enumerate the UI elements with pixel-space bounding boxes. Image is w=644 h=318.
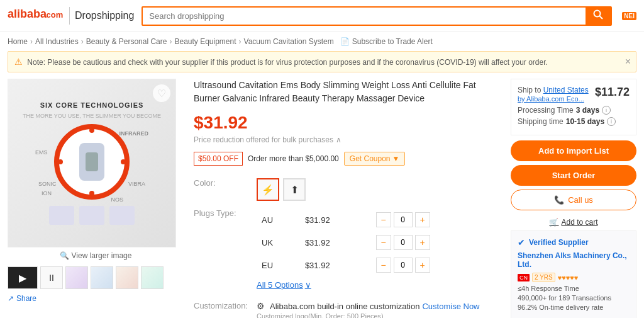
- response-time: ≤4h Response Time: [518, 285, 630, 292]
- color-swatch-1[interactable]: ⚡: [257, 178, 279, 201]
- view-larger-button[interactable]: 🔍 View larger image: [8, 247, 184, 264]
- thumbnail-3[interactable]: [116, 266, 138, 289]
- qty-input-eu[interactable]: [394, 258, 413, 273]
- cart-icon: 🛒: [549, 218, 558, 227]
- main-product-image: SIX CORE TECHNOLOGIES THE MORE YOU USE, …: [8, 79, 176, 247]
- color-swatch-icon-1: ⚡: [262, 184, 274, 196]
- plug-qty-eu: − +: [371, 254, 501, 276]
- breadcrumb-beauty[interactable]: Beauty & Personal Care: [86, 37, 167, 46]
- color-row: Color: ⚡ ⬆: [194, 174, 501, 205]
- start-order-button[interactable]: Start Order: [511, 165, 636, 186]
- plug-price-uk: $31.92: [300, 231, 371, 254]
- share-icon: ↗: [8, 294, 14, 303]
- custom-note: Customized logo(Min. Order: 500 Pieces): [257, 312, 480, 318]
- all-options-link[interactable]: All 5 Options ∨: [257, 276, 501, 293]
- header-divider: [69, 7, 70, 25]
- qty-input-uk[interactable]: [394, 235, 413, 250]
- customise-now-link[interactable]: Customise Now: [422, 302, 479, 311]
- share-link[interactable]: ↗ Share: [8, 294, 184, 303]
- dev-thumb-2: [79, 206, 104, 225]
- qty-input-au[interactable]: [394, 212, 413, 227]
- ship-to-row: Ship to United States by Alibaba.com Eco…: [518, 86, 630, 103]
- supplier-meta: CN 2 YRS ♥♥♥♥♥: [518, 273, 630, 282]
- qty-minus-au[interactable]: −: [376, 212, 391, 227]
- qty-plus-au[interactable]: +: [415, 212, 430, 227]
- verified-icon: ✔: [518, 237, 525, 247]
- plugs-type-row: Plugs Type: AU $31.92 − +: [194, 205, 501, 297]
- plug-type-uk: UK: [257, 231, 300, 254]
- video-play-button[interactable]: ▶: [8, 266, 38, 289]
- shipping-info-icon[interactable]: i: [607, 117, 616, 126]
- wishlist-button[interactable]: ♡: [153, 84, 170, 102]
- call-us-button[interactable]: 📞 Call us: [511, 190, 636, 210]
- get-coupon-label: Get Coupon: [350, 154, 391, 163]
- coupon-bar: $50.00 OFF Order more than $5,000.00 Get…: [194, 152, 501, 166]
- call-us-label: Call us: [568, 195, 593, 205]
- thumbnail-row: ▶ ⏸: [8, 266, 184, 289]
- qty-plus-eu[interactable]: +: [415, 258, 430, 273]
- breadcrumb-industries[interactable]: All Industries: [35, 37, 79, 46]
- search-button[interactable]: [586, 8, 611, 25]
- get-coupon-button[interactable]: Get Coupon ▼: [344, 152, 406, 166]
- product-img-subtitle: THE MORE YOU USE, THE SLIMMER YOU BECOME: [23, 113, 161, 119]
- qty-minus-eu[interactable]: −: [376, 258, 391, 273]
- thumb-img-3: [116, 267, 138, 288]
- processing-row: Processing Time 3 days i: [518, 106, 630, 115]
- product-title: Ultrasound Cavitation Ems Body Slimming …: [194, 79, 501, 105]
- shipping-days: 10-15 days: [566, 117, 604, 126]
- supplier-name-link[interactable]: Shenzhen Alks Machinery Co., Ltd.: [518, 251, 630, 269]
- trade-alert-link[interactable]: Subscribe to Trade Alert: [352, 37, 433, 46]
- plug-row-au: AU $31.92 − +: [257, 208, 501, 231]
- plug-row-uk: UK $31.92 − +: [257, 231, 501, 254]
- notice-close-button[interactable]: ×: [625, 56, 631, 67]
- shipping-price: $11.72: [595, 86, 630, 99]
- thumbnail-pause[interactable]: ⏸: [40, 266, 63, 289]
- ship-to-country-link[interactable]: United States: [543, 86, 589, 94]
- right-sidebar: Ship to United States by Alibaba.com Eco…: [511, 79, 636, 318]
- transactions-stat: 490,000+ for 189 Transactions: [518, 294, 630, 302]
- coupon-dropdown-icon: ▼: [392, 154, 400, 163]
- ship-eco-link[interactable]: by Alibaba.com Eco...: [518, 95, 584, 103]
- thumbnail-1[interactable]: [65, 266, 88, 289]
- product-image-placeholder: SIX CORE TECHNOLOGIES THE MORE YOU USE, …: [8, 79, 175, 247]
- thumb-img-1: [66, 267, 87, 288]
- qty-control-uk: − +: [376, 235, 496, 250]
- dev-thumb-3: [109, 206, 135, 225]
- svg-line-3: [600, 16, 603, 20]
- add-to-cart-button[interactable]: 🛒 Add to cart: [511, 214, 636, 230]
- product-device-diagram: INFRARED EMS VIBRA ION NOS SONIC: [54, 124, 130, 200]
- color-swatch-2[interactable]: ⬆: [283, 178, 306, 201]
- share-label: Share: [16, 294, 36, 303]
- breadcrumb-equipment[interactable]: Beauty Equipment: [174, 37, 236, 46]
- search-input[interactable]: [143, 8, 586, 25]
- add-to-import-list-button[interactable]: Add to Import List: [511, 140, 636, 161]
- processing-info-icon[interactable]: i: [602, 106, 611, 115]
- breadcrumb-sep-3: ›: [169, 37, 172, 46]
- label-ion: ION: [42, 190, 52, 196]
- off-badge: $50.00 OFF: [194, 152, 243, 166]
- qty-plus-uk[interactable]: +: [415, 235, 430, 250]
- plug-price-au: $31.92: [300, 208, 371, 231]
- plugs-table: AU $31.92 − + UK: [257, 208, 501, 276]
- product-images-panel: SIX CORE TECHNOLOGIES THE MORE YOU USE, …: [8, 79, 184, 318]
- qty-control-eu: − +: [376, 258, 496, 273]
- svg-point-2: [594, 11, 601, 17]
- header: alibaba .com Dropshipping NEI: [0, 0, 644, 32]
- price-note-text: Price reduction offered for bulk purchas…: [194, 135, 333, 144]
- device-outer-ring: [54, 124, 130, 200]
- price-note: Price reduction offered for bulk purchas…: [194, 135, 501, 144]
- qty-minus-uk[interactable]: −: [376, 235, 391, 250]
- device-thumbnails: [49, 206, 135, 225]
- customization-text: Alibaba.com build-in online customizatio…: [270, 302, 419, 311]
- thumbnail-2[interactable]: [91, 266, 113, 289]
- device-body: [79, 143, 104, 181]
- breadcrumb-vacuum[interactable]: Vacuum Cavitation System: [244, 37, 334, 46]
- plugs-table-container: AU $31.92 − + UK: [257, 208, 501, 293]
- alibaba-logo-svg: alibaba .com: [8, 5, 64, 23]
- thumbnail-4[interactable]: [141, 266, 164, 289]
- processing-days: 3 days: [576, 106, 599, 115]
- breadcrumb-sep-2: ›: [81, 37, 84, 46]
- breadcrumb-home[interactable]: Home: [8, 37, 28, 46]
- device-screen: [86, 152, 98, 171]
- all-options-chevron-icon: ∨: [305, 280, 311, 290]
